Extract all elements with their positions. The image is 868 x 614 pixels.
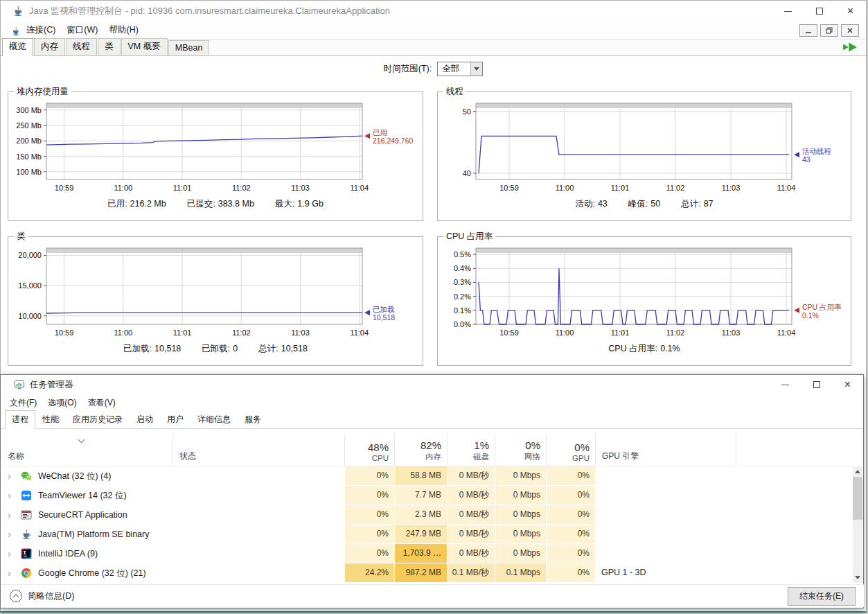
mdi-close-button[interactable] — [841, 24, 859, 37]
scroll-up-icon[interactable] — [853, 466, 862, 477]
time-range-select[interactable]: 全部 — [437, 62, 483, 76]
svg-text:11:02: 11:02 — [666, 328, 685, 337]
row-filler — [736, 466, 854, 486]
tab-memory[interactable]: 内存 — [34, 38, 65, 55]
tab-threads[interactable]: 线程 — [66, 38, 97, 55]
expand-chevron-icon[interactable]: › — [8, 491, 15, 500]
process-name-cell[interactable]: ›WeChat (32 位) (4) — [1, 466, 172, 486]
menu-file[interactable]: 文件(F) — [4, 396, 42, 410]
menu-window[interactable]: 窗口(W) — [61, 22, 103, 38]
table-row[interactable]: ›Java(TM) Platform SE binary0%247.9 MB0 … — [1, 525, 854, 544]
table-row[interactable]: ›TeamViewer 14 (32 位)0%7.7 MB0 MB/秒0 Mbp… — [1, 486, 854, 505]
tab-processes[interactable]: 进程 — [5, 410, 35, 429]
menu-options[interactable]: 选项(O) — [42, 396, 82, 410]
scroll-down-icon[interactable] — [853, 572, 862, 583]
expand-chevron-icon[interactable]: › — [8, 471, 15, 481]
tab-services[interactable]: 服务 — [238, 410, 268, 428]
table-row[interactable]: ›Google Chrome (32 位) (21)24.2%987.2 MB0… — [1, 563, 854, 583]
svg-text:50: 50 — [463, 107, 471, 116]
header-disk[interactable]: 1% 磁盘 — [447, 434, 495, 466]
close-button[interactable]: × — [832, 375, 863, 394]
fewer-details-icon[interactable] — [10, 590, 22, 602]
vertical-scrollbar[interactable] — [853, 466, 862, 583]
process-memory: 58.8 MB — [394, 466, 447, 486]
tab-details[interactable]: 详细信息 — [191, 410, 238, 428]
mdi-restore-button[interactable] — [820, 24, 838, 37]
fewer-details-toggle[interactable]: 简略信息(D) — [28, 590, 74, 602]
heap-memory-panel: 堆内存使用量 300 Mb250 Mb200 Mb150 Mb100 Mb10:… — [8, 91, 423, 221]
process-status — [172, 525, 344, 544]
end-task-button[interactable]: 结束任务(E) — [788, 587, 856, 606]
process-network: 0 Mbps — [495, 544, 546, 563]
process-name-cell[interactable]: ›IntelliJ IDEA (9) — [1, 544, 172, 563]
maximize-button[interactable] — [801, 375, 832, 394]
expand-chevron-icon[interactable]: › — [8, 568, 15, 578]
svg-text:216,249,760: 216,249,760 — [373, 137, 414, 145]
row-filler — [736, 544, 854, 563]
task-manager-icon — [14, 379, 25, 390]
tab-overview[interactable]: 概览 — [2, 38, 33, 56]
scrollbar-thumb[interactable] — [853, 477, 862, 520]
tab-users[interactable]: 用户 — [160, 410, 191, 428]
header-gpu[interactable]: 0% GPU — [546, 434, 595, 466]
jconsole-titlebar[interactable]: Java 监视和管理控制台 - pid: 10936 com.insuresma… — [1, 1, 866, 21]
header-network[interactable]: 0% 网络 — [495, 434, 546, 466]
tab-classes[interactable]: 类 — [98, 38, 121, 55]
threads-chart: 504010:5911:0011:0111:0211:0311:04活动线程43 — [441, 99, 847, 196]
svg-text:0.4%: 0.4% — [454, 264, 471, 272]
table-row[interactable]: ›SecureCRT Application0%2.3 MB0 MB/秒0 Mb… — [1, 505, 854, 525]
tab-mbean[interactable]: MBean — [168, 40, 210, 55]
header-name[interactable]: 名称 — [1, 434, 172, 466]
process-gpu-engine — [595, 505, 736, 525]
process-name-cell[interactable]: ›TeamViewer 14 (32 位) — [1, 486, 172, 505]
time-range-label: 时间范围(T): — [384, 63, 432, 75]
svg-text:已用: 已用 — [373, 128, 387, 137]
svg-text:11:03: 11:03 — [722, 184, 741, 192]
chart-stat: 峰值:50 — [628, 198, 660, 210]
menu-connect[interactable]: 连接(C) — [21, 22, 61, 38]
svg-text:11:03: 11:03 — [291, 328, 310, 337]
menu-view[interactable]: 查看(V) — [82, 396, 121, 410]
minimize-button[interactable] — [770, 375, 801, 394]
taskmgr-titlebar[interactable]: 任务管理器 × — [1, 375, 863, 394]
maximize-button[interactable] — [804, 1, 835, 21]
svg-text:0.1%: 0.1% — [802, 311, 819, 319]
process-name: IntelliJ IDEA (9) — [38, 549, 98, 559]
process-name-cell[interactable]: ›Java(TM) Platform SE binary — [1, 525, 172, 544]
process-name-cell[interactable]: ›Google Chrome (32 位) (21) — [1, 563, 172, 583]
process-status — [172, 563, 344, 583]
process-gpu: 0% — [546, 505, 595, 525]
sort-chevron-icon — [78, 437, 85, 444]
table-row[interactable]: ›IntelliJ IDEA (9)0%1,703.9 …0 MB/秒0 Mbp… — [1, 544, 854, 563]
svg-text:10,000: 10,000 — [18, 312, 42, 320]
process-gpu: 0% — [546, 466, 595, 486]
tab-startup[interactable]: 启动 — [130, 410, 160, 428]
header-memory[interactable]: 82% 内存 — [394, 434, 447, 466]
securecrt-icon — [21, 509, 32, 520]
table-row[interactable]: ›WeChat (32 位) (4)0%58.8 MB0 MB/秒0 Mbps0… — [1, 466, 854, 486]
svg-text:11:03: 11:03 — [291, 184, 310, 192]
menu-help[interactable]: 帮助(H) — [103, 22, 143, 38]
tab-vm-summary[interactable]: VM 概要 — [121, 38, 168, 55]
header-status[interactable]: 状态 — [172, 434, 344, 466]
expand-chevron-icon[interactable]: › — [8, 529, 15, 539]
expand-chevron-icon[interactable]: › — [8, 549, 15, 559]
svg-text:11:02: 11:02 — [232, 328, 251, 337]
header-cpu[interactable]: 48% CPU — [344, 434, 394, 466]
process-name-cell[interactable]: ›SecureCRT Application — [1, 505, 172, 525]
combo-arrow-icon[interactable] — [470, 62, 482, 76]
process-network: 0 Mbps — [495, 486, 546, 505]
mdi-minimize-button[interactable] — [799, 24, 817, 37]
tab-performance[interactable]: 性能 — [35, 410, 66, 428]
process-network: 0.1 Mbps — [495, 563, 546, 583]
process-gpu: 0% — [546, 544, 595, 563]
svg-text:11:01: 11:01 — [173, 184, 192, 192]
svg-text:43: 43 — [802, 155, 811, 164]
tab-app-history[interactable]: 应用历史记录 — [66, 410, 130, 428]
task-manager-window: 任务管理器 × 文件(F) 选项(O) 查看(V) 进程 性能 应用历史记录 启… — [0, 374, 864, 608]
minimize-button[interactable] — [772, 1, 804, 21]
header-gpu-engine[interactable]: GPU 引擎 — [595, 434, 736, 466]
close-button[interactable]: × — [835, 1, 866, 21]
expand-chevron-icon[interactable]: › — [8, 510, 15, 520]
svg-text:300 Mb: 300 Mb — [16, 106, 42, 114]
